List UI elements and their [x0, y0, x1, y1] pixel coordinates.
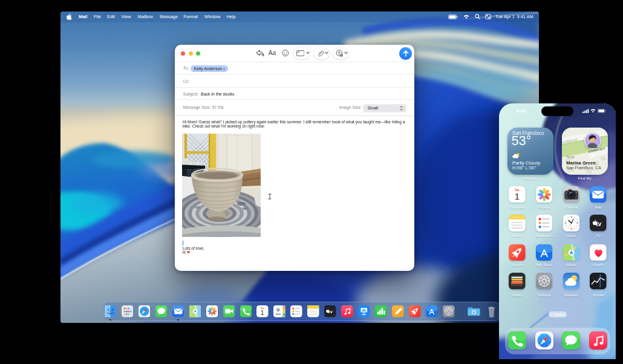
svg-text:1: 1: [515, 192, 520, 201]
svg-text:1: 1: [261, 309, 264, 316]
